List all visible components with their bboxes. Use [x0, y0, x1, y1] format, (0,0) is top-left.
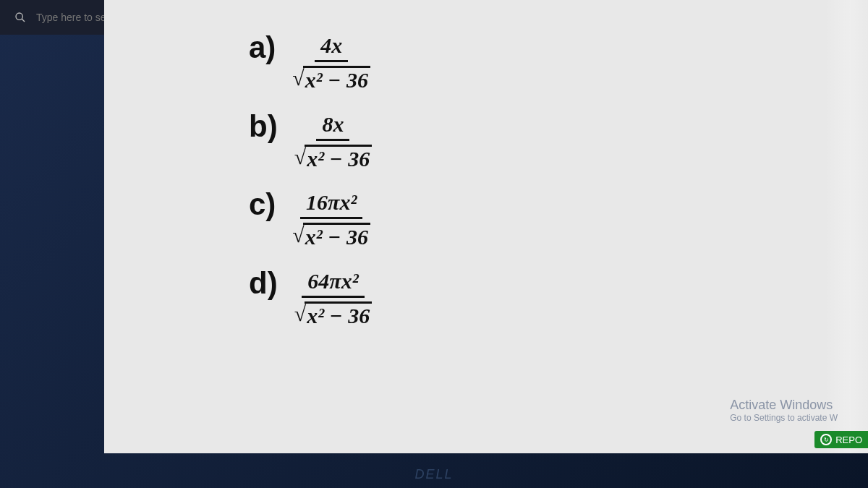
search-icon: [14, 12, 26, 23]
denominator-c: √x² − 36: [286, 219, 376, 250]
option-d-label: d): [249, 268, 278, 299]
option-a-label: a): [249, 33, 276, 63]
repo-badge[interactable]: ↻ REPO: [814, 431, 868, 448]
watermark-subtitle: Go to Settings to activate W: [730, 413, 838, 423]
numerator-a: 4x: [315, 33, 348, 62]
watermark-title: Activate Windows: [730, 398, 838, 413]
denominator-d: √x² − 36: [289, 298, 378, 329]
denominator-a: √x² − 36: [286, 62, 376, 93]
svg-line-1: [22, 19, 25, 22]
denominator-b: √x² − 36: [289, 141, 378, 172]
option-b: b) 8x √x² − 36: [249, 111, 378, 172]
numerator-c: 16πx²: [300, 189, 362, 219]
repo-label: REPO: [835, 435, 862, 445]
option-a: a) 4x √x² − 36: [249, 33, 378, 93]
numerator-b: 8x: [316, 111, 349, 141]
numerator-d: 64πx²: [302, 268, 364, 298]
option-c-label: c): [249, 189, 276, 220]
svg-point-0: [16, 13, 22, 20]
document-page: a) 4x √x² − 36 b) 8x √x²: [104, 0, 868, 453]
fraction-b: 8x √x² − 36: [289, 111, 378, 172]
repost-icon: ↻: [820, 434, 832, 445]
screen-glare: [825, 0, 868, 453]
option-c: c) 16πx² √x² − 36: [249, 189, 378, 250]
option-b-label: b): [249, 111, 278, 142]
fraction-c: 16πx² √x² − 36: [286, 189, 376, 250]
fraction-a: 4x √x² − 36: [286, 33, 376, 93]
option-d: d) 64πx² √x² − 36: [249, 268, 378, 329]
fraction-d: 64πx² √x² − 36: [289, 268, 378, 329]
activate-windows-watermark: Activate Windows Go to Settings to activ…: [730, 398, 838, 423]
